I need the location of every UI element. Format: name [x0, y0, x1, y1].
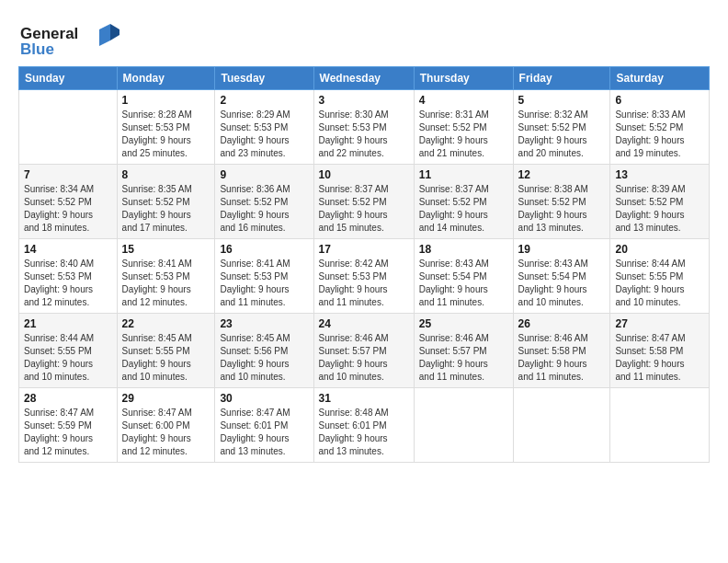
day-number: 8 [122, 168, 210, 181]
day-info: Sunrise: 8:43 AM Sunset: 5:54 PM Dayligh… [419, 258, 508, 309]
col-header-thursday: Thursday [414, 67, 513, 90]
day-info: Sunrise: 8:30 AM Sunset: 5:53 PM Dayligh… [319, 109, 409, 160]
calendar-cell: 19Sunrise: 8:43 AM Sunset: 5:54 PM Dayli… [513, 239, 610, 314]
day-info: Sunrise: 8:47 AM Sunset: 5:58 PM Dayligh… [615, 332, 704, 384]
calendar-cell [513, 388, 610, 463]
day-number: 23 [220, 317, 308, 330]
calendar-cell: 31Sunrise: 8:48 AM Sunset: 6:01 PM Dayli… [313, 388, 414, 463]
calendar-cell: 6Sunrise: 8:33 AM Sunset: 5:52 PM Daylig… [610, 90, 710, 165]
calendar-cell: 25Sunrise: 8:46 AM Sunset: 5:57 PM Dayli… [414, 314, 513, 388]
calendar-cell: 7Sunrise: 8:34 AM Sunset: 5:52 PM Daylig… [19, 165, 118, 239]
day-number: 18 [419, 243, 508, 256]
day-number: 24 [319, 317, 409, 330]
day-info: Sunrise: 8:41 AM Sunset: 5:53 PM Dayligh… [122, 258, 210, 309]
calendar-cell: 9Sunrise: 8:36 AM Sunset: 5:52 PM Daylig… [215, 165, 313, 239]
calendar-cell: 16Sunrise: 8:41 AM Sunset: 5:53 PM Dayli… [215, 239, 313, 314]
calendar-cell [414, 388, 513, 463]
day-number: 27 [615, 317, 704, 330]
day-info: Sunrise: 8:32 AM Sunset: 5:52 PM Dayligh… [518, 109, 606, 160]
calendar-cell: 4Sunrise: 8:31 AM Sunset: 5:52 PM Daylig… [414, 90, 513, 165]
day-number: 7 [24, 168, 112, 181]
calendar-week-4: 28Sunrise: 8:47 AM Sunset: 5:59 PM Dayli… [19, 388, 710, 463]
day-info: Sunrise: 8:41 AM Sunset: 5:53 PM Dayligh… [220, 258, 308, 309]
day-number: 6 [615, 94, 704, 107]
day-info: Sunrise: 8:28 AM Sunset: 5:53 PM Dayligh… [122, 109, 210, 160]
day-info: Sunrise: 8:36 AM Sunset: 5:52 PM Dayligh… [220, 183, 308, 235]
calendar-cell: 26Sunrise: 8:46 AM Sunset: 5:58 PM Dayli… [513, 314, 610, 388]
day-info: Sunrise: 8:45 AM Sunset: 5:56 PM Dayligh… [220, 332, 308, 384]
day-number: 14 [24, 243, 112, 256]
logo: General Blue [18, 20, 119, 61]
day-number: 19 [518, 243, 606, 256]
day-number: 15 [122, 243, 210, 256]
calendar-cell: 2Sunrise: 8:29 AM Sunset: 5:53 PM Daylig… [215, 90, 313, 165]
calendar-cell: 21Sunrise: 8:44 AM Sunset: 5:55 PM Dayli… [19, 314, 118, 388]
day-info: Sunrise: 8:46 AM Sunset: 5:57 PM Dayligh… [419, 332, 508, 384]
day-info: Sunrise: 8:47 AM Sunset: 5:59 PM Dayligh… [24, 407, 112, 458]
day-info: Sunrise: 8:39 AM Sunset: 5:52 PM Dayligh… [615, 183, 704, 235]
day-info: Sunrise: 8:45 AM Sunset: 5:55 PM Dayligh… [122, 332, 210, 384]
calendar-cell: 5Sunrise: 8:32 AM Sunset: 5:52 PM Daylig… [513, 90, 610, 165]
svg-marker-2 [99, 24, 110, 46]
day-number: 31 [319, 392, 409, 405]
calendar-cell: 14Sunrise: 8:40 AM Sunset: 5:53 PM Dayli… [19, 239, 118, 314]
day-info: Sunrise: 8:44 AM Sunset: 5:55 PM Dayligh… [24, 332, 112, 384]
day-number: 22 [122, 317, 210, 330]
day-number: 5 [518, 94, 606, 107]
day-number: 1 [122, 94, 210, 107]
day-number: 29 [122, 392, 210, 405]
calendar-cell: 30Sunrise: 8:47 AM Sunset: 6:01 PM Dayli… [215, 388, 313, 463]
calendar-cell: 20Sunrise: 8:44 AM Sunset: 5:55 PM Dayli… [610, 239, 710, 314]
calendar-cell [610, 388, 710, 463]
day-info: Sunrise: 8:42 AM Sunset: 5:53 PM Dayligh… [319, 258, 409, 309]
calendar-cell: 1Sunrise: 8:28 AM Sunset: 5:53 PM Daylig… [117, 90, 215, 165]
calendar-cell: 24Sunrise: 8:46 AM Sunset: 5:57 PM Dayli… [313, 314, 414, 388]
day-info: Sunrise: 8:35 AM Sunset: 5:52 PM Dayligh… [122, 183, 210, 235]
calendar-cell: 27Sunrise: 8:47 AM Sunset: 5:58 PM Dayli… [610, 314, 710, 388]
calendar-cell: 28Sunrise: 8:47 AM Sunset: 5:59 PM Dayli… [19, 388, 118, 463]
day-number: 11 [419, 168, 508, 181]
calendar-cell: 12Sunrise: 8:38 AM Sunset: 5:52 PM Dayli… [513, 165, 610, 239]
col-header-friday: Friday [513, 67, 610, 90]
day-info: Sunrise: 8:43 AM Sunset: 5:54 PM Dayligh… [518, 258, 606, 309]
calendar-cell: 23Sunrise: 8:45 AM Sunset: 5:56 PM Dayli… [215, 314, 313, 388]
calendar-cell: 10Sunrise: 8:37 AM Sunset: 5:52 PM Dayli… [313, 165, 414, 239]
day-number: 3 [319, 94, 409, 107]
page-container: General Blue SundayMondayTuesdayWednesda… [0, 0, 728, 472]
day-info: Sunrise: 8:46 AM Sunset: 5:57 PM Dayligh… [319, 332, 409, 384]
col-header-sunday: Sunday [19, 67, 118, 90]
calendar-week-2: 14Sunrise: 8:40 AM Sunset: 5:53 PM Dayli… [19, 239, 710, 314]
svg-marker-3 [110, 24, 119, 40]
day-info: Sunrise: 8:46 AM Sunset: 5:58 PM Dayligh… [518, 332, 606, 384]
col-header-wednesday: Wednesday [313, 67, 414, 90]
day-number: 21 [24, 317, 112, 330]
calendar-week-3: 21Sunrise: 8:44 AM Sunset: 5:55 PM Dayli… [19, 314, 710, 388]
day-info: Sunrise: 8:33 AM Sunset: 5:52 PM Dayligh… [615, 109, 704, 160]
day-info: Sunrise: 8:31 AM Sunset: 5:52 PM Dayligh… [419, 109, 508, 160]
day-info: Sunrise: 8:37 AM Sunset: 5:52 PM Dayligh… [419, 183, 508, 235]
calendar-cell: 3Sunrise: 8:30 AM Sunset: 5:53 PM Daylig… [313, 90, 414, 165]
calendar-cell: 22Sunrise: 8:45 AM Sunset: 5:55 PM Dayli… [117, 314, 215, 388]
day-info: Sunrise: 8:47 AM Sunset: 6:00 PM Dayligh… [122, 407, 210, 458]
calendar-cell: 11Sunrise: 8:37 AM Sunset: 5:52 PM Dayli… [414, 165, 513, 239]
header: General Blue [18, 17, 710, 61]
day-number: 9 [220, 168, 308, 181]
day-info: Sunrise: 8:44 AM Sunset: 5:55 PM Dayligh… [615, 258, 704, 309]
day-info: Sunrise: 8:40 AM Sunset: 5:53 PM Dayligh… [24, 258, 112, 309]
calendar-week-1: 7Sunrise: 8:34 AM Sunset: 5:52 PM Daylig… [19, 165, 710, 239]
calendar-week-0: 1Sunrise: 8:28 AM Sunset: 5:53 PM Daylig… [19, 90, 710, 165]
col-header-saturday: Saturday [610, 67, 710, 90]
day-info: Sunrise: 8:34 AM Sunset: 5:52 PM Dayligh… [24, 183, 112, 235]
calendar-header-row: SundayMondayTuesdayWednesdayThursdayFrid… [19, 67, 710, 90]
day-number: 28 [24, 392, 112, 405]
calendar-cell: 17Sunrise: 8:42 AM Sunset: 5:53 PM Dayli… [313, 239, 414, 314]
day-number: 20 [615, 243, 704, 256]
calendar-cell: 29Sunrise: 8:47 AM Sunset: 6:00 PM Dayli… [117, 388, 215, 463]
col-header-tuesday: Tuesday [215, 67, 313, 90]
calendar-cell: 18Sunrise: 8:43 AM Sunset: 5:54 PM Dayli… [414, 239, 513, 314]
day-number: 26 [518, 317, 606, 330]
day-number: 30 [220, 392, 308, 405]
calendar-table: SundayMondayTuesdayWednesdayThursdayFrid… [18, 66, 710, 463]
day-info: Sunrise: 8:38 AM Sunset: 5:52 PM Dayligh… [518, 183, 606, 235]
day-number: 12 [518, 168, 606, 181]
